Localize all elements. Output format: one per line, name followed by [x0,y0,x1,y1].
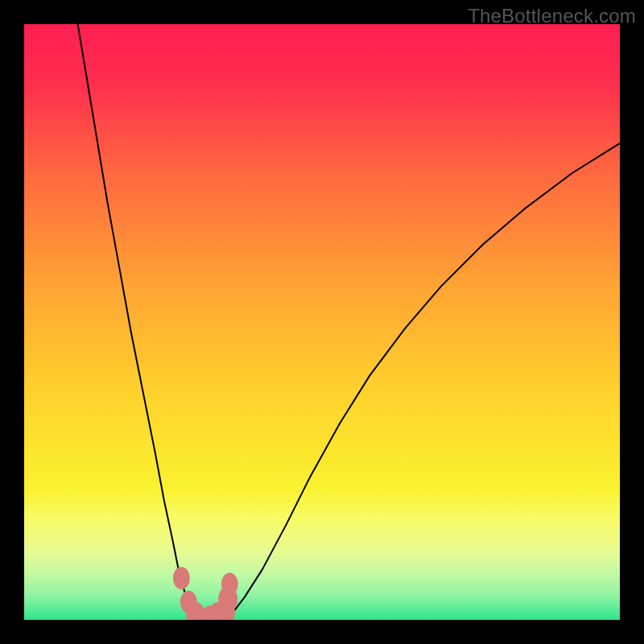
watermark-text: TheBottleneck.com [468,5,636,27]
scatter-point [221,573,238,596]
valley-scatter [24,24,620,620]
chart-frame: TheBottleneck.com [0,0,644,644]
plot-area [24,24,620,620]
scatter-point [173,567,190,589]
